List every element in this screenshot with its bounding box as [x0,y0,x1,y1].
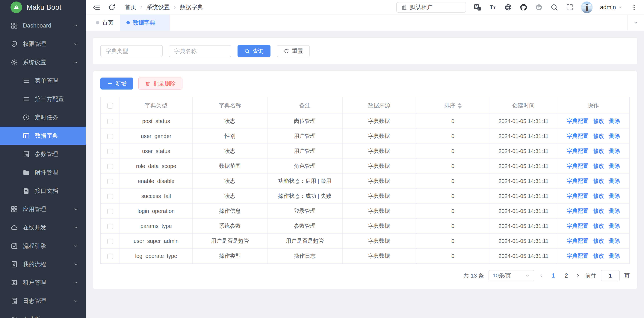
sidebar-item-system[interactable]: 系统设置 [0,53,86,72]
row-checkbox[interactable] [107,238,113,244]
batch-delete-button[interactable]: 批量删除 [138,78,182,90]
sidebar-item-enterprise[interactable]: 企业版 [0,310,86,318]
logo[interactable]: Maku Boot [0,0,86,14]
row-checkbox[interactable] [107,254,113,259]
tab-首页[interactable]: 首页 [90,14,120,31]
cell-dict-name: 操作信息 [192,204,267,218]
prev-page-icon[interactable] [539,273,544,278]
sidebar-item-my-flow[interactable]: 我的流程 [0,255,86,274]
delete-link[interactable]: 删除 [609,238,620,244]
font-size-icon[interactable]: TT [489,3,497,11]
sidebar-item-app-mgmt[interactable]: 应用管理 [0,200,86,218]
chevron-down-icon [73,23,79,28]
dict-config-link[interactable]: 字典配置 [567,178,588,184]
avatar[interactable] [581,2,593,13]
page-1[interactable]: 1 [549,272,558,279]
breadcrumb-system[interactable]: 系统设置 [146,3,170,11]
delete-link[interactable]: 删除 [609,118,620,124]
delete-link[interactable]: 删除 [609,163,620,169]
breadcrumb-home[interactable]: 首页 [125,3,136,11]
kebab-menu-icon[interactable] [630,4,638,11]
sidebar-item-data-dict[interactable]: 数据字典 [0,126,86,145]
dict-type-input[interactable] [100,45,162,57]
dict-config-link[interactable]: 字典配置 [567,208,588,214]
tab-数据字典[interactable]: 数据字典 [120,14,170,31]
sidebar-item-menu-mgmt[interactable]: 菜单管理 [0,72,86,90]
chevron-down-icon [525,273,530,278]
edit-link[interactable]: 修改 [594,133,604,139]
sidebar-item-scheduled[interactable]: 定时任务 [0,108,86,126]
dict-config-link[interactable]: 字典配置 [567,118,588,124]
cell-dict-name: 数据范围 [192,159,267,174]
select-all-checkbox[interactable] [107,103,113,108]
delete-link[interactable]: 删除 [609,178,620,184]
row-checkbox[interactable] [107,149,113,154]
sidebar-item-tenant-mgmt[interactable]: 租户管理 [0,274,86,292]
sidebar-item-log-mgmt[interactable]: 日志管理 [0,292,86,310]
sidebar-item-workflow[interactable]: 流程引擎 [0,237,86,255]
delete-link[interactable]: 删除 [609,193,620,199]
delete-link[interactable]: 删除 [609,208,620,214]
dict-config-link[interactable]: 字典配置 [567,163,588,169]
add-button[interactable]: 新增 [100,78,133,90]
row-checkbox[interactable] [107,164,113,169]
edit-link[interactable]: 修改 [594,118,604,124]
row-checkbox[interactable] [107,224,113,229]
github-icon[interactable] [520,3,528,11]
edit-link[interactable]: 修改 [594,148,604,154]
fullscreen-icon[interactable] [566,3,574,11]
sidebar-item-api-doc[interactable]: 接口文档 [0,182,86,200]
sort-caret-icon[interactable] [458,103,462,108]
dict-name-input[interactable] [169,45,231,57]
delete-link[interactable]: 删除 [609,223,620,229]
translate-icon[interactable]: A [474,3,482,11]
dict-config-link[interactable]: 字典配置 [567,253,588,259]
gitee-icon[interactable] [535,3,543,11]
edit-link[interactable]: 修改 [594,208,604,214]
cell-source: 字典数据 [342,234,416,248]
sidebar-item-online-dev[interactable]: 在线开发 [0,218,86,237]
edit-link[interactable]: 修改 [594,163,604,169]
sidebar-item-permission[interactable]: 权限管理 [0,35,86,53]
edit-link[interactable]: 修改 [594,238,604,244]
row-checkbox[interactable] [107,134,113,139]
tab-dropdown[interactable] [628,14,644,31]
page-2[interactable]: 2 [562,272,570,279]
row-checkbox[interactable] [107,209,113,214]
goto-page-input[interactable] [601,270,620,281]
delete-link[interactable]: 删除 [609,148,620,154]
search-icon[interactable] [550,3,558,11]
edit-link[interactable]: 修改 [594,223,604,229]
app-title: Maku Boot [26,3,62,12]
table-row: success_fail 状态 操作状态：成功 | 失败 字典数据 0 2024… [100,188,630,204]
reset-button[interactable]: 重置 [277,45,310,57]
cell-remark: 操作状态：成功 | 失败 [267,188,342,204]
delete-link[interactable]: 删除 [609,253,620,259]
col-sort[interactable]: 排序 [416,97,490,114]
dict-config-link[interactable]: 字典配置 [567,223,588,229]
refresh-icon[interactable] [108,3,116,11]
edit-link[interactable]: 修改 [594,178,604,184]
edit-link[interactable]: 修改 [594,253,604,259]
sidebar-item-params[interactable]: 参数管理 [0,145,86,163]
user-menu[interactable]: admin [600,4,623,11]
dict-config-link[interactable]: 字典配置 [567,148,588,154]
sidebar-item-dashboard[interactable]: Dashboard [0,16,86,35]
globe-icon[interactable] [504,3,512,11]
row-checkbox[interactable] [107,119,113,124]
dict-config-link[interactable]: 字典配置 [567,133,588,139]
close-icon[interactable] [158,20,163,25]
search-button[interactable]: 查询 [238,45,270,57]
dict-config-link[interactable]: 字典配置 [567,238,588,244]
row-checkbox[interactable] [107,179,113,184]
edit-link[interactable]: 修改 [594,193,604,199]
sidebar-item-third-party[interactable]: 第三方配置 [0,90,86,108]
page-size-select[interactable]: 10条/页 [488,270,534,281]
tenant-select[interactable]: 默认租户 [396,2,466,12]
delete-link[interactable]: 删除 [609,133,620,139]
row-checkbox[interactable] [107,194,113,199]
sidebar-collapse-icon[interactable] [92,3,100,11]
next-page-icon[interactable] [575,273,581,278]
dict-config-link[interactable]: 字典配置 [567,193,588,199]
sidebar-item-attachment[interactable]: 附件管理 [0,163,86,182]
